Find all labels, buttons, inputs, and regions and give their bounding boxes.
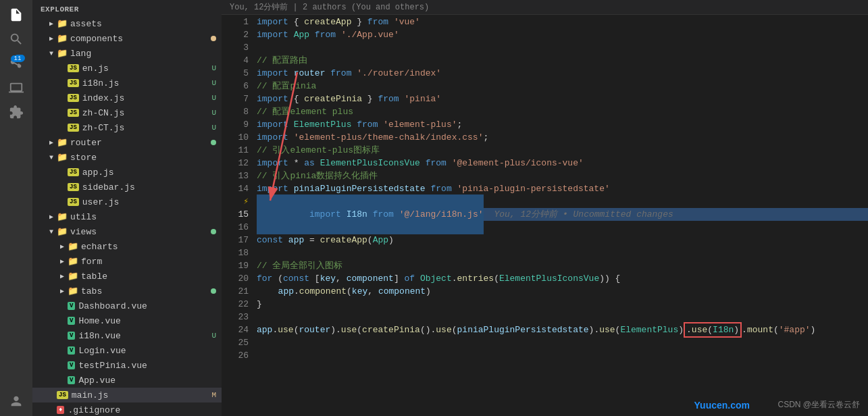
sidebar-item-label: main.js (72, 390, 212, 400)
csdn-watermark: CSDN @坐看云卷云舒 (777, 399, 860, 411)
code-line-14: import piniaPluginPersistedstate from 'p… (257, 182, 868, 195)
sidebar-item-app-js[interactable]: JS app.js (32, 165, 222, 180)
code-line-25: app.use(router).use(createPinia().use(pi… (257, 323, 868, 336)
sidebar-item-label: assets (70, 19, 222, 29)
untracked-badge: U (211, 332, 216, 340)
arrow-down-icon: ▼ (46, 226, 57, 237)
account-icon[interactable] (7, 392, 26, 411)
sidebar-item-app-vue[interactable]: V App.vue (32, 373, 222, 388)
files-icon[interactable] (7, 5, 26, 24)
sidebar-item-gitignore[interactable]: ♦ .gitignore (32, 402, 222, 416)
sidebar-item-table[interactable]: ▶ 📁 table (32, 269, 222, 284)
sidebar-item-sidebar-js[interactable]: JS sidebar.js (32, 180, 222, 194)
folder-icon: 📁 (57, 152, 68, 163)
sidebar-item-label: en.js (82, 63, 212, 74)
sidebar-item-dashboard-vue[interactable]: V Dashboard.vue (32, 298, 222, 313)
spacer (57, 375, 68, 386)
spacer (46, 405, 57, 415)
sidebar-item-home-vue[interactable]: V Home.vue (32, 313, 222, 328)
modified-badge (211, 229, 216, 234)
sidebar-item-label: user.js (82, 197, 222, 207)
sidebar-item-views[interactable]: ▼ 📁 views (32, 224, 222, 239)
sidebar-item-tabs[interactable]: ▶ 📁 tabs (32, 284, 222, 298)
sidebar-item-lang[interactable]: ▼ 📁 lang (32, 46, 222, 61)
arrow-right-icon: ▶ (46, 33, 57, 44)
sidebar-item-assets[interactable]: ▶ 📁 assets (32, 16, 222, 31)
code-line-10: import 'element-plus/theme-chalk/index.c… (257, 131, 868, 144)
folder-icon: 📁 (57, 48, 68, 59)
sidebar-item-echarts[interactable]: ▶ 📁 echarts (32, 239, 222, 254)
run-debug-icon[interactable] (7, 78, 26, 97)
js-file-icon: JS (68, 183, 79, 191)
code-line-1: import { createApp } from 'vue' (257, 16, 868, 28)
spacer (57, 197, 68, 207)
folder-icon: 📁 (57, 33, 68, 44)
code-line-16: import I18n from '@/lang/i18n.js' You, 1… (257, 208, 868, 221)
sidebar-item-utils[interactable]: ▶ 📁 utils (32, 209, 222, 224)
sidebar-item-zh-cn-js[interactable]: JS zh-CN.js U (32, 105, 222, 120)
spacer (57, 360, 68, 371)
extensions-icon[interactable] (7, 103, 26, 122)
sidebar-item-label: sidebar.js (82, 182, 222, 192)
modified-badge (211, 36, 216, 41)
code-line-6: // 配置pinia (257, 80, 868, 93)
folder-icon: 📁 (68, 241, 78, 252)
sidebar-item-label: components (70, 34, 211, 44)
code-line-8: // 配置element plus (257, 105, 868, 118)
code-editor[interactable]: 12345 678910 11121314⚡ 151617 1819202122… (222, 15, 868, 416)
source-control-badge: 11 (14, 55, 25, 61)
code-line-18: const app = createApp(App) (257, 234, 868, 246)
git-blame-bar: You, 12分钟前 | 2 authors (You and others) (222, 0, 868, 15)
code-line-4: // 配置路由 (257, 54, 868, 67)
folder-icon: 📁 (68, 256, 78, 267)
sidebar-item-label: app.js (82, 167, 222, 178)
spacer (57, 345, 68, 356)
sidebar-item-label: views (70, 227, 211, 237)
arrow-down-icon: ▼ (46, 152, 57, 163)
arrow-right-icon: ▶ (57, 241, 68, 252)
spacer (57, 122, 68, 133)
sidebar-item-testpinia-vue[interactable]: V testPinia.vue (32, 358, 222, 373)
sidebar-item-label: .gitignore (68, 405, 222, 415)
js-file-icon: JS (57, 391, 68, 399)
untracked-badge: U (211, 109, 216, 117)
code-line-24 (257, 311, 868, 323)
explorer-header: Explorer (32, 0, 222, 16)
sidebar-item-label: router (70, 138, 211, 148)
sidebar-item-i18n-vue[interactable]: V i18n.vue U (32, 328, 222, 343)
folder-icon: 📁 (68, 271, 78, 282)
inline-hint: You, 12分钟前 • Uncommitted changes (494, 208, 673, 221)
sidebar-item-zh-ct-js[interactable]: JS zh-CT.js U (32, 120, 222, 135)
search-icon[interactable] (7, 30, 26, 49)
code-content[interactable]: import { createApp } from 'vue' import A… (257, 15, 868, 416)
untracked-badge: U (211, 94, 216, 102)
source-control-icon[interactable]: 11 (7, 54, 26, 73)
code-line-9: import ElementPlus from 'element-plus'; (257, 118, 868, 131)
spacer (57, 93, 68, 103)
sidebar-item-index-js[interactable]: JS index.js U (32, 90, 222, 105)
sidebar-item-label: Home.vue (78, 316, 222, 326)
sidebar-item-components[interactable]: ▶ 📁 components (32, 31, 222, 46)
sidebar-item-user-js[interactable]: JS user.js (32, 194, 222, 209)
folder-icon: 📁 (57, 137, 68, 148)
sidebar-item-login-vue[interactable]: V Login.vue (32, 343, 222, 358)
yuucen-watermark: Yuucen.com (694, 400, 750, 411)
js-file-icon: JS (68, 79, 79, 87)
sidebar-item-label: App.vue (78, 375, 222, 386)
spacer (57, 167, 68, 178)
js-file-icon: JS (68, 168, 79, 176)
folder-icon: 📁 (68, 286, 78, 296)
sidebar-item-i18n-js[interactable]: JS i18n.js U (32, 76, 222, 90)
sidebar-item-en-js[interactable]: JS en.js U (32, 61, 222, 76)
sidebar-item-main-js[interactable]: JS main.js M (32, 388, 222, 402)
folder-icon: 📁 (57, 18, 68, 29)
sidebar-item-label: Dashboard.vue (78, 301, 222, 311)
code-line-5: import router from './router/index' (257, 67, 868, 80)
arrow-right-icon: ▶ (57, 256, 68, 267)
sidebar-item-store[interactable]: ▼ 📁 store (32, 150, 222, 165)
sidebar-item-form[interactable]: ▶ 📁 form (32, 254, 222, 269)
spacer (57, 107, 68, 118)
folder-icon: 📁 (57, 226, 68, 237)
sidebar-item-router[interactable]: ▶ 📁 router (32, 135, 222, 150)
code-line-7: import { createPinia } from 'pinia' (257, 93, 868, 105)
